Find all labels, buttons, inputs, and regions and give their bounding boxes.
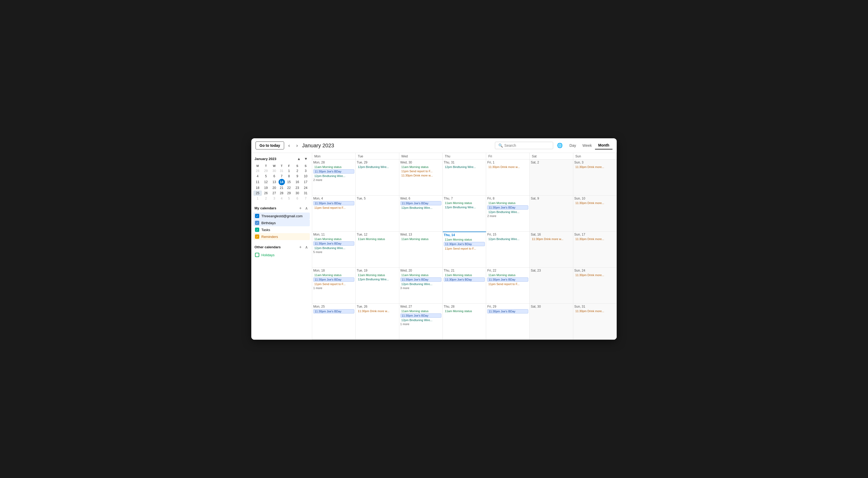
mini-date[interactable]: 29 <box>262 168 270 174</box>
calendar-item-reminders[interactable]: ✓ Reminders <box>253 233 310 240</box>
event[interactable]: 12pm Bindtuning Wire... <box>487 210 528 214</box>
event[interactable]: 11:30pm Joe's BDay <box>444 242 485 246</box>
more-link[interactable]: 3 more <box>400 287 441 290</box>
prev-button[interactable]: ‹ <box>286 142 292 149</box>
more-link[interactable]: 2 more <box>313 178 354 181</box>
mini-date[interactable]: 18 <box>253 185 262 190</box>
mini-date[interactable]: 20 <box>270 185 279 190</box>
mini-date[interactable]: 6 <box>293 196 302 201</box>
event[interactable]: 11am Morning status <box>444 309 485 313</box>
event[interactable]: 11:30pm Drink more w... <box>400 174 441 177</box>
cell-thu31[interactable]: Thu, 31 12pm Bindtuning Wire... <box>443 159 486 196</box>
cell-fri1[interactable]: Fri, 1 11:30pm Drink more w... <box>486 159 530 196</box>
mini-date[interactable]: 7 <box>279 174 285 179</box>
event[interactable]: 11:30pm Joe's BDay <box>313 309 354 313</box>
mini-date-today[interactable]: 14 <box>279 179 285 185</box>
event[interactable]: 11am Morning status <box>400 273 441 277</box>
tab-week[interactable]: Week <box>579 142 595 149</box>
cell-mon28[interactable]: Mon, 28 11am Morning status 11:30pm Joe'… <box>312 159 355 196</box>
mini-date[interactable]: 31 <box>302 190 310 196</box>
add-calendar-button[interactable]: ＋ <box>298 205 303 211</box>
event[interactable]: 11:30pm Joe's BDay <box>444 277 485 282</box>
event[interactable]: 11:30pm Joe's BDay <box>313 169 354 174</box>
cell-mon11[interactable]: Mon, 11 11am Morning status 11:30pm Joe'… <box>312 232 355 268</box>
mini-date[interactable]: 31 <box>279 168 285 174</box>
mini-date[interactable]: 28 <box>279 190 285 196</box>
cell-sat16[interactable]: Sat, 16 11:30pm Drink more w... <box>530 232 573 268</box>
cell-thu21[interactable]: Thu, 21 11am Morning status 11:30pm Joe'… <box>443 268 486 304</box>
cell-tue26[interactable]: Tue, 26 11:30pm Drink more w... <box>355 304 399 340</box>
mini-date[interactable]: 10 <box>302 174 310 179</box>
mini-date-selected[interactable]: 25 <box>253 190 262 196</box>
event[interactable]: 11am Morning status <box>444 273 485 277</box>
event[interactable]: 11am Morning status <box>313 237 354 241</box>
cell-thu7[interactable]: Thu, 7 11am Morning status 12pm Bindtuni… <box>443 196 486 232</box>
cell-sun3[interactable]: Sun, 3 11:30pm Drink more... <box>573 159 617 196</box>
more-link[interactable]: 1 more <box>400 323 441 326</box>
cell-mon18[interactable]: Mon, 18 11am Morning status 11:30pm Joe'… <box>312 268 355 304</box>
cell-mon4[interactable]: Mon, 4 11:30pm Joe's BDay 11pm Send repo… <box>312 196 355 232</box>
cell-wed30[interactable]: Wed, 30 11am Morning status 11pm Send re… <box>399 159 443 196</box>
event[interactable]: 12pm Bindtuning Wire... <box>444 205 485 209</box>
cell-sun10[interactable]: Sun, 10 11:30pm Drink more... <box>573 196 617 232</box>
event[interactable]: 12pm Bindtuning Wire... <box>313 174 354 178</box>
event[interactable]: 12pm Bindtuning Wire... <box>400 282 441 286</box>
cell-sat23[interactable]: Sat, 23 <box>530 268 573 304</box>
mini-date[interactable]: 5 <box>262 174 270 179</box>
calendar-item-holidays[interactable]: Holidays <box>253 251 310 258</box>
event[interactable]: 12pm Bindtuning Wire... <box>487 237 528 241</box>
mini-date[interactable]: 5 <box>285 196 293 201</box>
event[interactable]: 12pm Bindtuning Wire... <box>400 206 441 210</box>
cell-fri22[interactable]: Fri, 22 11am Morning status 11:30pm Joe'… <box>486 268 530 304</box>
next-button[interactable]: › <box>294 142 300 149</box>
mini-date[interactable]: 3 <box>302 168 310 174</box>
more-link[interactable]: 2 more <box>487 214 528 217</box>
cell-fri8[interactable]: Fri, 8 11am Morning status 11:30pm Joe's… <box>486 196 530 232</box>
cell-tue5[interactable]: Tue, 5 <box>355 196 399 232</box>
mini-date[interactable]: 1 <box>285 168 293 174</box>
event[interactable]: 11pm Send report to F... <box>444 247 485 250</box>
cell-tue29[interactable]: Tue, 29 12pm Bindtuning Wire... <box>355 159 399 196</box>
calendar-item-tasks[interactable]: ✓ Tasks <box>253 226 310 233</box>
mini-date[interactable]: 30 <box>270 168 279 174</box>
mini-cal-next[interactable]: ▼ <box>303 156 309 161</box>
cell-wed20[interactable]: Wed, 20 11am Morning status 11:30pm Joe'… <box>399 268 443 304</box>
event[interactable]: 11:30pm Joe's BDay <box>487 309 528 313</box>
event[interactable]: 11am Morning status <box>487 273 528 277</box>
mini-date[interactable]: 1 <box>253 196 262 201</box>
cell-tue12[interactable]: Tue, 12 11am Morning status <box>355 232 399 268</box>
event[interactable]: 11am Morning status <box>400 309 441 313</box>
cell-sun24[interactable]: Sun, 24 11:30pm Drink more... <box>573 268 617 304</box>
event[interactable]: 11am Morning status <box>313 273 354 277</box>
mini-date[interactable]: 13 <box>270 179 279 185</box>
cell-sat9[interactable]: Sat, 9 <box>530 196 573 232</box>
mini-date[interactable]: 23 <box>293 185 302 190</box>
go-to-today-button[interactable]: Go to today <box>255 142 284 149</box>
cell-thu28[interactable]: Thu, 28 11am Morning status <box>443 304 486 340</box>
event[interactable]: 11:30pm Drink more w... <box>357 309 398 313</box>
search-input[interactable] <box>504 143 550 148</box>
mini-date[interactable]: 22 <box>285 185 293 190</box>
mini-date[interactable]: 12 <box>262 179 270 185</box>
event[interactable]: 11:30pm Drink more... <box>574 273 615 277</box>
event[interactable]: 11:30pm Joe's BDay <box>313 201 354 205</box>
cell-fri15[interactable]: Fri, 15 12pm Bindtuning Wire... <box>486 232 530 268</box>
mini-date[interactable]: 9 <box>293 174 302 179</box>
more-link[interactable]: 5 more <box>313 250 354 253</box>
event[interactable]: 12pm Bindtuning Wire... <box>313 246 354 250</box>
cell-sat2[interactable]: Sat, 2 <box>530 159 573 196</box>
mini-date[interactable]: 3 <box>270 196 279 201</box>
mini-date[interactable]: 26 <box>262 190 270 196</box>
cell-tue19[interactable]: Tue, 19 11am Morning status 12pm Bindtun… <box>355 268 399 304</box>
mini-date[interactable]: 29 <box>285 190 293 196</box>
mini-date[interactable]: 7 <box>302 196 310 201</box>
add-other-calendar-button[interactable]: ＋ <box>298 244 303 250</box>
mini-date[interactable]: 4 <box>253 174 262 179</box>
more-link[interactable]: 1 more <box>313 287 354 290</box>
event[interactable]: 11:30pm Drink more... <box>574 201 615 205</box>
cell-fri29[interactable]: Fri, 29 11:30pm Joe's BDay <box>486 304 530 340</box>
event[interactable]: 11:30pm Joe's BDay <box>487 205 528 210</box>
event[interactable]: 11:30pm Joe's BDay <box>400 277 441 282</box>
mini-date[interactable]: 19 <box>262 185 270 190</box>
mini-date[interactable]: 15 <box>285 179 293 185</box>
